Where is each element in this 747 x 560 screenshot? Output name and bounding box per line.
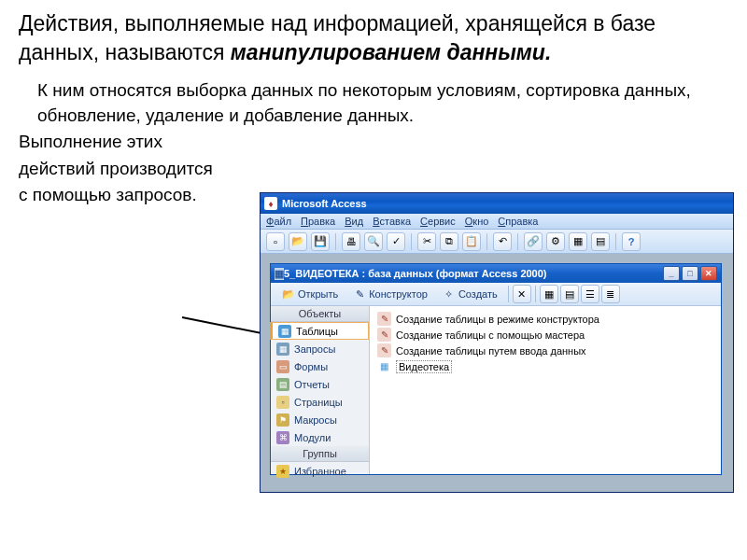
new-doc-icon[interactable]: ▫: [266, 232, 285, 251]
queries-icon: ▦: [276, 343, 289, 356]
menu-window[interactable]: Окно: [465, 216, 489, 227]
db-body: Объекты ▦ Таблицы ▦ Запросы ▭ Формы ▤: [271, 306, 721, 474]
toolbar-separator: [508, 286, 509, 302]
table-icon: ▦: [377, 359, 391, 373]
create-entry-item[interactable]: ✎ Создание таблицы путем ввода данных: [377, 343, 713, 358]
body-p2: Выполнение этих: [19, 130, 728, 155]
maximize-button[interactable]: □: [682, 266, 698, 281]
menu-tools[interactable]: Сервис: [420, 216, 456, 227]
create-icon: ✧: [443, 287, 456, 301]
groups-header: Группы: [271, 446, 369, 462]
nav-panel: Объекты ▦ Таблицы ▦ Запросы ▭ Формы ▤: [271, 306, 370, 474]
menu-help[interactable]: Справка: [498, 216, 538, 227]
db-icon[interactable]: ▤: [591, 232, 610, 251]
forms-icon: ▭: [276, 360, 289, 373]
content-panel: ✎ Создание таблицы в режиме конструктора…: [370, 306, 721, 474]
database-window: ▦ 5_ВИДЕОТЕКА : база данных (формат Acce…: [270, 263, 722, 475]
copy-icon[interactable]: ⧉: [440, 232, 458, 251]
links-icon[interactable]: 🔗: [524, 232, 543, 251]
nav-modules[interactable]: ⌘ Модули: [271, 428, 369, 446]
menu-edit[interactable]: Правка: [301, 216, 335, 227]
large-icons-icon[interactable]: ▦: [540, 285, 558, 303]
open-button[interactable]: 📂 Открыть: [275, 286, 345, 302]
body-p3: действий производится: [19, 157, 728, 182]
db-toolbar: 📂 Открыть ✎ Конструктор ✧ Создать ✕ ▦ ▤ …: [271, 283, 721, 306]
wizard-icon: ✎: [377, 328, 391, 342]
menu-view[interactable]: Вид: [345, 216, 363, 227]
print-icon[interactable]: 🖶: [342, 232, 360, 251]
tables-icon: ▦: [278, 325, 291, 338]
analyze-icon[interactable]: ⚙: [546, 232, 565, 251]
nav-tables[interactable]: ▦ Таблицы: [270, 322, 369, 340]
list-icon[interactable]: ☰: [581, 285, 599, 303]
toolbar-separator: [535, 286, 536, 302]
db-icon: ▦: [275, 268, 284, 280]
save-icon[interactable]: 💾: [311, 232, 330, 251]
design-icon: ✎: [353, 287, 366, 301]
access-app-icon: ♦: [264, 197, 277, 210]
toolbar-separator: [615, 233, 616, 250]
design-button[interactable]: ✎ Конструктор: [346, 286, 434, 302]
menu-file[interactable]: Файл: [266, 216, 291, 227]
nav-favorites[interactable]: ★ Избранное: [271, 462, 369, 480]
db-titlebar: ▦ 5_ВИДЕОТЕКА : база данных (формат Acce…: [271, 264, 721, 283]
app-titlebar: ♦ Microsoft Access: [261, 193, 733, 214]
open-icon[interactable]: 📂: [289, 232, 307, 251]
toolbar-separator: [486, 233, 487, 250]
heading-bold: манипулированием данными.: [231, 40, 551, 64]
access-window: ♦ Microsoft Access Файл Правка Вид Встав…: [260, 192, 734, 493]
create-designer-item[interactable]: ✎ Создание таблицы в режиме конструктора: [377, 311, 713, 327]
close-button[interactable]: ✕: [700, 266, 717, 281]
toolbar-separator: [517, 233, 518, 250]
pages-icon: ▫: [276, 396, 289, 409]
modules-icon: ⌘: [276, 431, 289, 444]
menu-insert[interactable]: Вставка: [373, 216, 411, 227]
objects-header: Объекты: [271, 306, 369, 322]
paste-icon[interactable]: 📋: [462, 232, 481, 251]
wizard-icon: ✎: [377, 343, 391, 357]
delete-icon[interactable]: ✕: [513, 285, 531, 303]
nav-macros[interactable]: ⚑ Макросы: [271, 411, 369, 428]
wizard-icon: ✎: [377, 312, 391, 326]
toolbar-separator: [335, 233, 336, 250]
favorites-icon: ★: [276, 465, 289, 478]
reports-icon: ▤: [276, 378, 289, 391]
minimize-button[interactable]: _: [663, 266, 680, 281]
body-p1: К ним относятся выборка данных по некото…: [37, 78, 728, 128]
spell-icon[interactable]: ✓: [387, 232, 405, 251]
toolbar-separator: [411, 233, 412, 250]
create-wizard-item[interactable]: ✎ Создание таблицы с помощью мастера: [377, 327, 713, 343]
code-icon[interactable]: ▦: [569, 232, 587, 251]
small-icons-icon[interactable]: ▤: [560, 285, 579, 303]
mdi-area: ▦ 5_ВИДЕОТЕКА : база данных (формат Acce…: [261, 254, 733, 492]
heading: Действия, выполняемые над информацией, х…: [19, 9, 728, 67]
nav-pages[interactable]: ▫ Страницы: [271, 393, 369, 411]
nav-reports[interactable]: ▤ Отчеты: [271, 375, 369, 393]
details-icon[interactable]: ≣: [601, 285, 620, 303]
app-title: Microsoft Access: [282, 198, 367, 209]
table-videoteka[interactable]: ▦ Видеотека: [377, 358, 713, 374]
main-toolbar: ▫ 📂 💾 🖶 🔍 ✓ ✂ ⧉ 📋 ↶ 🔗 ⚙ ▦ ▤ ?: [261, 230, 733, 254]
nav-forms[interactable]: ▭ Формы: [271, 357, 369, 375]
undo-icon[interactable]: ↶: [493, 232, 512, 251]
menubar: Файл Правка Вид Вставка Сервис Окно Спра…: [261, 214, 733, 230]
db-title: 5_ВИДЕОТЕКА : база данных (формат Access…: [284, 268, 547, 279]
macros-icon: ⚑: [276, 413, 289, 427]
nav-queries[interactable]: ▦ Запросы: [271, 340, 369, 357]
help-icon[interactable]: ?: [622, 232, 641, 251]
open-folder-icon: 📂: [282, 287, 295, 301]
cut-icon[interactable]: ✂: [417, 232, 436, 251]
preview-icon[interactable]: 🔍: [364, 232, 383, 251]
create-button[interactable]: ✧ Создать: [436, 286, 504, 302]
